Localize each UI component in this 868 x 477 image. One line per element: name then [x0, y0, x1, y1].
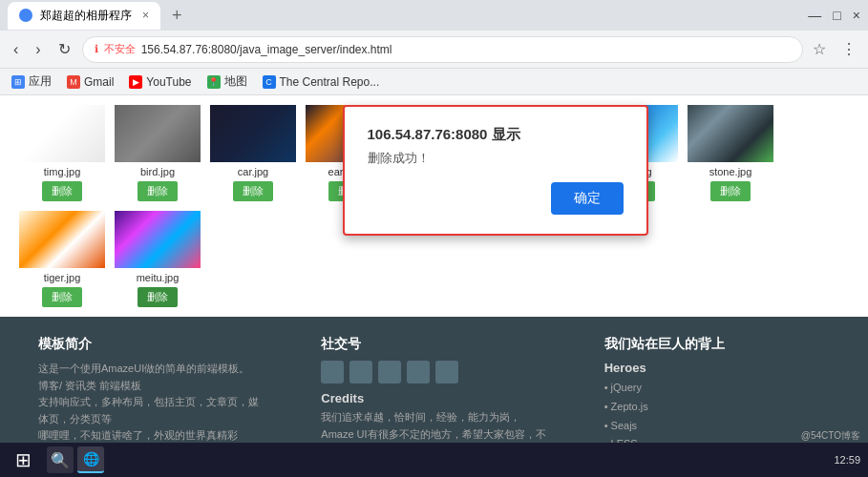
- youtube-favicon: ▶: [129, 75, 142, 89]
- taskbar-icons: 🔍 🌐: [47, 446, 104, 473]
- taskbar-time: 12:59: [834, 454, 860, 466]
- forward-button[interactable]: ›: [30, 37, 46, 62]
- bookmark-gmail-label: Gmail: [84, 75, 114, 89]
- gmail-favicon: M: [67, 75, 80, 89]
- nav-right-buttons: ☆ ⋮: [809, 36, 860, 62]
- bookmark-gmail[interactable]: M Gmail: [67, 75, 114, 89]
- bookmark-central[interactable]: C The Central Repo...: [263, 75, 380, 89]
- new-tab-button[interactable]: +: [168, 2, 186, 30]
- title-bar: 郑超超的相册程序 × + — □ ×: [0, 0, 868, 31]
- window-controls: — □ ×: [808, 8, 860, 23]
- taskbar: ⊞ 🔍 🌐 12:59: [0, 443, 868, 477]
- bookmark-button[interactable]: ☆: [809, 36, 830, 62]
- taskbar-tray: 12:59: [834, 454, 860, 466]
- security-icon: ℹ: [95, 43, 98, 55]
- reload-button[interactable]: ↻: [53, 36, 76, 62]
- address-bar[interactable]: ℹ 不安全 156.54.87.76:8080/java_image_serve…: [82, 36, 803, 63]
- address-text: 156.54.87.76:8080/java_image_server/inde…: [141, 43, 791, 56]
- taskbar-search-icon[interactable]: 🔍: [47, 446, 74, 473]
- alert-footer: 确定: [368, 182, 624, 215]
- more-options-button[interactable]: ⋮: [837, 36, 860, 62]
- maximize-button[interactable]: □: [833, 8, 840, 23]
- alert-dialog: 106.54.87.76:8080 显示 删除成功！ 确定: [343, 105, 648, 236]
- start-button[interactable]: ⊞: [8, 445, 39, 475]
- minimize-button[interactable]: —: [808, 8, 821, 23]
- tab-favicon: [19, 9, 32, 22]
- bookmark-maps[interactable]: 📍 地图: [207, 73, 247, 90]
- alert-message: 删除成功！: [368, 150, 624, 167]
- nav-bar: ‹ › ↻ ℹ 不安全 156.54.87.76:8080/java_image…: [0, 31, 868, 69]
- bookmarks-bar: ⊞ 应用 M Gmail ▶ YouTube 📍 地图 C The Centra…: [0, 69, 868, 95]
- back-button[interactable]: ‹: [8, 37, 24, 62]
- browser-tab[interactable]: 郑超超的相册程序 ×: [8, 2, 160, 30]
- bookmark-apps-label: 应用: [29, 73, 52, 90]
- bookmark-youtube[interactable]: ▶ YouTube: [129, 75, 191, 89]
- alert-title: 106.54.87.76:8080 显示: [368, 126, 624, 144]
- tab-close-button[interactable]: ×: [142, 9, 149, 22]
- taskbar-chrome-icon[interactable]: 🌐: [77, 446, 104, 473]
- bookmark-youtube-label: YouTube: [146, 75, 191, 89]
- browser-chrome: 郑超超的相册程序 × + — □ × ‹ › ↻ ℹ 不安全 156.54.87…: [0, 0, 868, 95]
- maps-favicon: 📍: [207, 75, 221, 89]
- page-content: 106.54.87.76:8080 显示 删除成功！ 确定 timg.jpg 删…: [0, 95, 868, 477]
- tab-title: 郑超超的相册程序: [40, 8, 132, 24]
- bookmark-central-label: The Central Repo...: [280, 75, 380, 89]
- bookmark-maps-label: 地图: [224, 73, 247, 90]
- apps-favicon: ⊞: [11, 75, 25, 89]
- alert-ok-button[interactable]: 确定: [551, 182, 624, 215]
- not-secure-label: 不安全: [104, 42, 136, 56]
- close-button[interactable]: ×: [853, 8, 860, 23]
- bookmark-apps[interactable]: ⊞ 应用: [11, 73, 52, 90]
- alert-overlay: 106.54.87.76:8080 显示 删除成功！ 确定: [0, 95, 868, 477]
- central-favicon: C: [263, 75, 276, 89]
